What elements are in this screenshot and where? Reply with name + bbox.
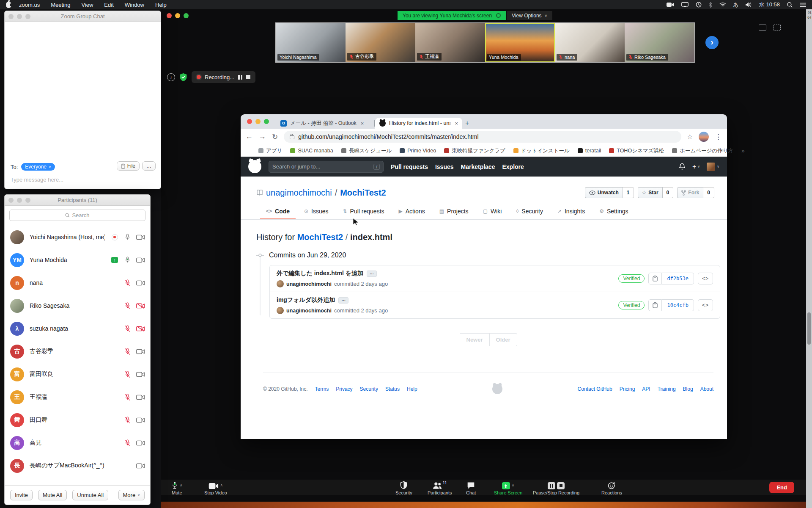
- participant-video-tile[interactable]: 王福瀛: [415, 23, 485, 62]
- verified-badge[interactable]: Verified: [618, 301, 645, 309]
- participant-mic-icon[interactable]: [124, 325, 131, 333]
- repo-owner-link[interactable]: unagimochimochi: [266, 188, 332, 198]
- footer-link[interactable]: Blog: [683, 386, 693, 392]
- github-footer-logo[interactable]: [492, 384, 502, 394]
- github-nav-link[interactable]: Explore: [502, 163, 524, 170]
- repo-nav-tab[interactable]: ▶ Actions: [393, 204, 431, 219]
- participants-action-button[interactable]: Invite: [10, 490, 33, 500]
- footer-link[interactable]: Terms: [315, 386, 329, 392]
- participant-mic-icon[interactable]: [124, 256, 131, 264]
- participant-video-tile[interactable]: Yoichi Nagashima: [276, 23, 346, 62]
- commit-title-link[interactable]: 外で編集した index.html を追加: [277, 270, 363, 277]
- bookmark-item[interactable]: ドットインストール: [513, 147, 570, 155]
- commit-title-link[interactable]: imgフォルダ以外追加: [277, 296, 335, 304]
- repo-nav-tab[interactable]: ◊ Security: [510, 204, 549, 219]
- user-menu[interactable]: ∨: [707, 163, 719, 171]
- participant-camera-icon[interactable]: [136, 417, 145, 423]
- participant-row[interactable]: YM Yuna Mochida ↑: [5, 248, 150, 271]
- airplay-icon[interactable]: [681, 2, 689, 7]
- browser-window-controls[interactable]: [247, 119, 269, 124]
- bookmark-item[interactable]: 長嶋スケジュール: [341, 147, 392, 155]
- meeting-window-controls[interactable]: [167, 13, 189, 18]
- participant-camera-icon[interactable]: [136, 394, 145, 400]
- reactions-button[interactable]: Reactions: [601, 480, 622, 495]
- watch-count[interactable]: 1: [623, 187, 634, 198]
- repo-nav-tab[interactable]: ↗ Insights: [551, 204, 591, 219]
- video-options-chevron[interactable]: ∧: [220, 483, 223, 487]
- participant-row[interactable]: λ suzuka nagata ↑: [5, 317, 150, 340]
- participant-camera-icon[interactable]: [136, 257, 145, 263]
- minimize-window-button[interactable]: [255, 119, 261, 124]
- commit-sha-link[interactable]: 10c4cfb: [662, 299, 694, 311]
- footer-link[interactable]: Help: [407, 386, 417, 392]
- participant-mic-icon[interactable]: [124, 348, 131, 356]
- apple-menu-icon[interactable]: [6, 2, 11, 8]
- menubar-menu-item[interactable]: Window: [125, 2, 144, 8]
- view-options-button[interactable]: View Options ∨: [507, 11, 552, 20]
- commit-author-avatar[interactable]: [277, 280, 284, 287]
- volume-icon[interactable]: [746, 2, 752, 7]
- fullscreen-icon[interactable]: [773, 25, 781, 30]
- bookmark-item[interactable]: TOHOシネマズ浜松: [609, 147, 664, 155]
- repo-link[interactable]: MochiTest2: [297, 232, 343, 242]
- footer-link[interactable]: About: [700, 386, 713, 392]
- end-meeting-button[interactable]: End: [769, 482, 794, 493]
- participant-row[interactable]: 富 富田咲良 ↑: [5, 363, 150, 386]
- chat-more-button[interactable]: …: [142, 161, 156, 171]
- close-window-button[interactable]: [247, 119, 252, 124]
- mute-button[interactable]: ∧ Mute: [171, 480, 183, 495]
- bookmark-item[interactable]: Prime Video: [400, 147, 436, 155]
- spotlight-search-icon[interactable]: [787, 2, 793, 8]
- participant-video-tile[interactable]: nana: [555, 23, 625, 62]
- repo-nav-tab[interactable]: <> Code: [260, 204, 296, 219]
- menubar-menu-item[interactable]: Meeting: [51, 2, 70, 8]
- participant-mic-icon[interactable]: [124, 416, 131, 424]
- browser-profile-avatar[interactable]: [699, 132, 709, 142]
- footer-link[interactable]: Privacy: [336, 386, 352, 392]
- commit-author-name[interactable]: unagimochimochi: [286, 281, 332, 287]
- participant-row[interactable]: 舞 田口舞 ↑: [5, 409, 150, 431]
- recipient-selector[interactable]: Everyone ∨: [21, 163, 55, 171]
- bookmark-item[interactable]: SUAC manaba: [290, 147, 333, 155]
- more-button[interactable]: More ∨: [118, 490, 145, 500]
- repo-nav-tab[interactable]: ⇅ Pull requests: [337, 204, 390, 219]
- chat-button[interactable]: Chat: [466, 480, 476, 495]
- bookmark-item[interactable]: teratail: [578, 147, 601, 155]
- participant-row[interactable]: Riko Sagesaka ↑: [5, 294, 150, 317]
- participant-camera-icon[interactable]: [136, 440, 145, 446]
- repo-nav-tab[interactable]: ⊙ Issues: [298, 204, 335, 219]
- repo-nav-tab[interactable]: ▢ Wiki: [477, 204, 508, 219]
- gallery-view-icon[interactable]: [759, 25, 766, 30]
- participant-row[interactable]: 長 長嶋のサブMacBookAir(^_^) ↑: [5, 454, 150, 477]
- file-button[interactable]: File: [117, 161, 140, 171]
- verified-badge[interactable]: Verified: [618, 274, 645, 283]
- scrollbar-thumb[interactable]: [807, 312, 811, 345]
- menubar-menu-item[interactable]: Help: [155, 2, 167, 8]
- participant-camera-icon[interactable]: [136, 348, 145, 355]
- repo-nav-tab[interactable]: ▤ Projects: [433, 204, 475, 219]
- participant-mic-icon[interactable]: [124, 302, 131, 310]
- pagination-button[interactable]: Older: [490, 333, 517, 346]
- browse-code-button[interactable]: <>: [698, 273, 713, 284]
- pause-recording-icon[interactable]: [548, 482, 555, 489]
- star-button[interactable]: ☆ Star: [638, 187, 663, 198]
- repo-nav-tab[interactable]: ⚙ Settings: [593, 204, 634, 219]
- next-videos-button[interactable]: ›: [705, 36, 719, 49]
- menubar-menu-item[interactable]: zoom.us: [19, 2, 40, 8]
- fork-button[interactable]: Fork: [677, 187, 703, 198]
- notifications-bell-icon[interactable]: [679, 163, 686, 170]
- close-tab-icon[interactable]: ×: [455, 120, 458, 127]
- participant-row[interactable]: 古 古谷彩季 ↑: [5, 340, 150, 363]
- participant-row[interactable]: 王 王福瀛 ↑: [5, 386, 150, 409]
- star-count[interactable]: 0: [663, 187, 674, 198]
- participant-mic-icon[interactable]: [124, 370, 131, 378]
- tab-github-history[interactable]: History for index.html - unagim ×: [375, 118, 462, 129]
- participants-title-bar[interactable]: Participants (11): [5, 195, 150, 206]
- bookmark-item[interactable]: アプリ: [258, 147, 282, 155]
- participants-search-input[interactable]: Search: [9, 210, 145, 221]
- fork-count[interactable]: 0: [703, 187, 714, 198]
- time-machine-icon[interactable]: [696, 2, 702, 8]
- copy-sha-button[interactable]: [648, 273, 662, 284]
- camera-status-icon[interactable]: [667, 2, 674, 7]
- tab-outlook[interactable]: O メール - 持田 侑菜 - Outlook ×: [276, 118, 373, 129]
